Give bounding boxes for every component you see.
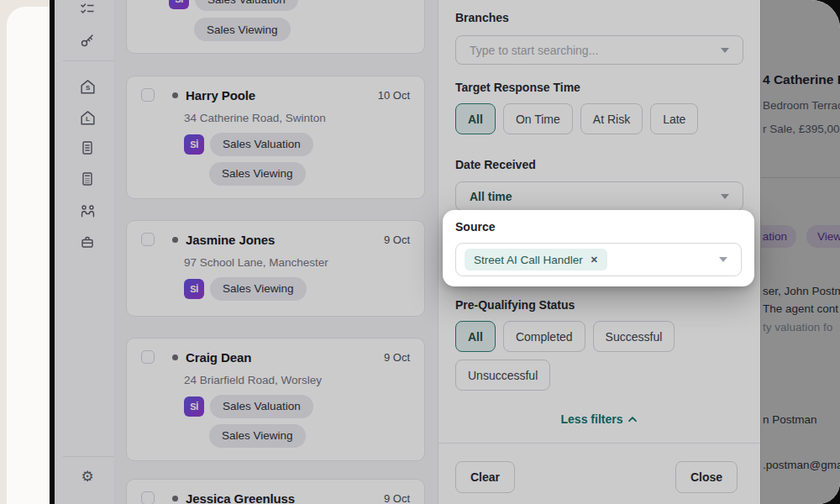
screen: S L <box>0 0 840 504</box>
background-card <box>7 7 50 504</box>
source-selected-chip: Street AI Call Handler ✕ <box>465 249 607 270</box>
source-select[interactable]: Street AI Call Handler ✕ <box>455 243 742 276</box>
remove-chip-icon[interactable]: ✕ <box>591 255 598 265</box>
source-label: Source <box>455 220 495 234</box>
chevron-down-icon <box>719 257 727 262</box>
source-filter-spotlight: Source Street AI Call Handler ✕ <box>443 210 754 286</box>
source-chip-label: Street AI Call Handler <box>474 254 583 266</box>
